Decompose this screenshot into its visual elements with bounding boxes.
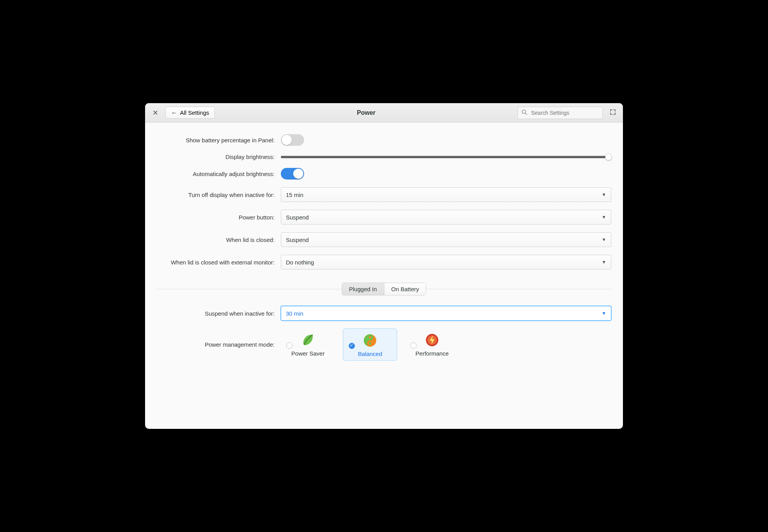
battery-pct-label: Show battery percentage in Panel: [157, 137, 281, 143]
svg-point-3 [369, 336, 371, 339]
lid-ext-label: When lid is closed with external monitor… [157, 259, 281, 266]
mode-label: Power management mode: [157, 341, 281, 348]
radio-icon [410, 342, 417, 349]
power-source-tabs: Plugged In On Battery [342, 283, 426, 295]
lid-closed-label: When lid is closed: [157, 237, 281, 243]
settings-window: ✕ ← All Settings Power Show battery perc… [145, 103, 623, 429]
display-off-label: Turn off display when inactive for: [157, 192, 281, 198]
power-button-select[interactable]: Suspend ▼ [281, 210, 611, 225]
content: Show battery percentage in Panel: Displa… [145, 123, 623, 429]
chevron-down-icon: ▼ [602, 311, 606, 316]
bolt-icon [424, 332, 440, 348]
suspend-select[interactable]: 30 min ▼ [281, 306, 611, 321]
radio-icon [286, 342, 292, 349]
mode-saver-label: Power Saver [282, 350, 334, 357]
power-modes: Power Saver Balanced P [281, 328, 611, 361]
titlebar: ✕ ← All Settings Power [145, 103, 623, 123]
mode-power-saver[interactable]: Power Saver [281, 328, 335, 361]
mode-performance[interactable]: Performance [405, 328, 459, 361]
suspend-label: Suspend when inactive for: [157, 310, 281, 317]
search-icon [521, 109, 528, 116]
tab-plugged-in[interactable]: Plugged In [342, 283, 384, 295]
suspend-value: 30 min [286, 310, 303, 317]
page-title: Power [220, 109, 513, 116]
brightness-thumb[interactable] [605, 154, 612, 161]
chevron-down-icon: ▼ [602, 214, 606, 220]
mode-balanced[interactable]: Balanced [343, 328, 397, 361]
all-settings-button[interactable]: ← All Settings [165, 107, 215, 119]
yin-yang-icon [362, 333, 378, 348]
search-wrap [517, 107, 603, 119]
auto-brightness-toggle[interactable] [281, 168, 304, 180]
close-button[interactable]: ✕ [150, 109, 161, 117]
arrow-left-icon: ← [171, 109, 177, 116]
lid-closed-select[interactable]: Suspend ▼ [281, 232, 611, 247]
chevron-down-icon: ▼ [602, 192, 606, 197]
display-off-select[interactable]: 15 min ▼ [281, 187, 611, 202]
search-input[interactable] [517, 107, 603, 119]
back-label: All Settings [180, 109, 209, 116]
power-button-label: Power button: [157, 214, 281, 221]
mode-performance-label: Performance [406, 350, 458, 357]
brightness-label: Display brightness: [157, 154, 281, 160]
auto-brightness-label: Automatically adjust brightness: [157, 171, 281, 177]
chevron-down-icon: ▼ [602, 237, 606, 242]
lid-closed-value: Suspend [286, 237, 309, 243]
lid-ext-select[interactable]: Do nothing ▼ [281, 255, 611, 269]
battery-pct-toggle[interactable] [281, 134, 304, 146]
power-source-divider: Plugged In On Battery [157, 281, 611, 297]
power-button-value: Suspend [286, 214, 309, 221]
svg-line-1 [525, 113, 527, 114]
maximize-button[interactable] [607, 109, 618, 116]
display-off-value: 15 min [286, 192, 303, 198]
radio-checked-icon [349, 343, 355, 349]
chevron-down-icon: ▼ [602, 259, 606, 265]
tab-on-battery[interactable]: On Battery [384, 283, 426, 295]
leaf-icon [300, 332, 316, 348]
lid-ext-value: Do nothing [286, 259, 314, 266]
mode-balanced-label: Balanced [345, 351, 395, 357]
svg-point-4 [369, 342, 371, 345]
brightness-slider[interactable] [281, 156, 611, 158]
